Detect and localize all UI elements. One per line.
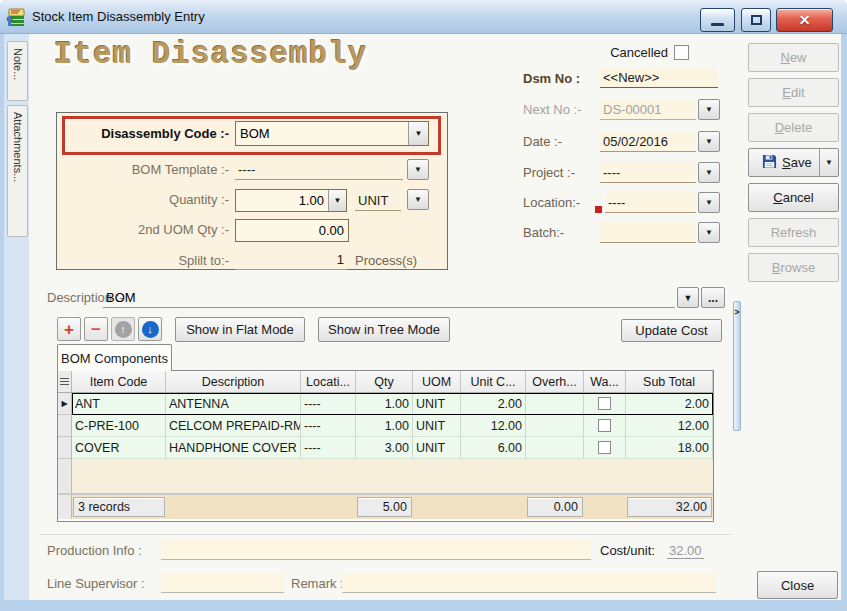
description-dropdown[interactable]: ▼ [677, 287, 699, 308]
quantity-label: Quantity :- [65, 192, 229, 207]
location-dropdown[interactable]: ▼ [698, 192, 720, 213]
production-info-input[interactable] [161, 540, 591, 560]
quantity-dropdown-icon[interactable]: ▼ [328, 190, 346, 211]
project-label: Project :- [523, 165, 575, 180]
cell-location[interactable]: ---- [301, 437, 356, 459]
delete-button[interactable]: Delete [748, 113, 839, 142]
page-title: Item Disassembly [54, 37, 368, 72]
dsm-no-value[interactable]: <<New>> [600, 67, 718, 88]
disassembly-code-dropdown-icon[interactable]: ▼ [408, 122, 428, 145]
edit-button[interactable]: Edit [748, 78, 839, 107]
panel-splitter[interactable]: > [733, 301, 741, 431]
refresh-button[interactable]: Refresh [748, 218, 839, 247]
col-description[interactable]: Description [166, 371, 301, 392]
grid-row-1[interactable]: ▶ ANT ANTENNA ---- 1.00 UNIT 2.00 2.00 [58, 393, 713, 415]
cell-sub-total[interactable]: 2.00 [626, 393, 713, 415]
move-down-button[interactable]: ↓ [138, 317, 162, 341]
col-location[interactable]: Locati... [301, 371, 356, 392]
date-dropdown[interactable]: ▼ [698, 131, 720, 152]
col-item-code[interactable]: Item Code [72, 371, 166, 392]
batch-value[interactable] [600, 222, 696, 243]
bom-template-value[interactable]: ---- [235, 159, 403, 180]
show-tree-mode-button[interactable]: Show in Tree Mode [318, 317, 450, 342]
disassembly-code-combo[interactable]: ▼ [235, 121, 429, 146]
cancel-button[interactable]: Cancel [748, 183, 839, 212]
warranty-checkbox[interactable] [598, 397, 611, 410]
cell-sub-total[interactable]: 12.00 [626, 415, 713, 437]
cell-qty[interactable]: 1.00 [356, 393, 413, 415]
cell-uom[interactable]: UNIT [413, 393, 461, 415]
cell-qty[interactable]: 1.00 [356, 415, 413, 437]
warranty-checkbox[interactable] [598, 441, 611, 454]
cell-uom[interactable]: UNIT [413, 415, 461, 437]
add-row-button[interactable]: + [57, 317, 81, 341]
disassembly-code-input[interactable] [236, 122, 408, 145]
move-up-button[interactable]: ↑ [111, 317, 135, 341]
show-flat-mode-button[interactable]: Show in Flat Mode [175, 317, 305, 342]
description-ellipsis-button[interactable]: ... [701, 287, 725, 308]
cell-description[interactable]: ANTENNA [166, 393, 301, 415]
cell-unit-cost[interactable]: 6.00 [461, 437, 526, 459]
tab-note[interactable]: Note... [7, 41, 28, 101]
cancel-button-label: C [773, 190, 782, 205]
cell-unit-cost[interactable]: 12.00 [461, 415, 526, 437]
cell-overhead[interactable] [526, 437, 584, 459]
quantity-uom-value[interactable]: UNIT [355, 189, 401, 211]
location-value[interactable]: ---- [605, 192, 696, 213]
cell-item-code[interactable]: C-PRE-100 [72, 415, 166, 437]
second-uom-qty-box[interactable] [235, 219, 349, 242]
quantity-uom-dropdown[interactable]: ▼ [407, 189, 429, 210]
dropdown-icon: ▼ [705, 168, 713, 177]
column-customize-button[interactable] [58, 371, 72, 392]
grid-row-3[interactable]: COVER HANDPHONE COVER ---- 3.00 UNIT 6.0… [58, 437, 713, 459]
cell-overhead[interactable] [526, 415, 584, 437]
col-overhead[interactable]: Overh... [526, 371, 584, 392]
line-supervisor-input[interactable] [161, 573, 284, 593]
remove-row-button[interactable]: − [84, 317, 108, 341]
warranty-checkbox[interactable] [598, 419, 611, 432]
save-options-dropdown[interactable]: ▼ [819, 149, 838, 176]
column-customize-icon [60, 378, 69, 385]
cancelled-checkbox[interactable] [674, 45, 689, 60]
second-uom-qty-input[interactable] [236, 223, 348, 238]
cell-unit-cost[interactable]: 2.00 [461, 393, 526, 415]
cell-item-code[interactable]: ANT [72, 393, 166, 415]
cell-location[interactable]: ---- [301, 393, 356, 415]
minimize-button[interactable] [700, 8, 735, 32]
update-cost-button[interactable]: Update Cost [621, 319, 722, 342]
col-sub-total[interactable]: Sub Total [626, 371, 713, 392]
cell-uom[interactable]: UNIT [413, 437, 461, 459]
batch-dropdown[interactable]: ▼ [698, 222, 720, 243]
next-no-dropdown[interactable]: ▼ [698, 99, 720, 120]
save-button[interactable]: Save ▼ [748, 148, 839, 177]
titlebar[interactable]: Stock Item Disassembly Entry ✕ [0, 0, 847, 34]
cost-unit-value[interactable]: 32.00 [667, 543, 704, 559]
maximize-button[interactable] [741, 8, 771, 32]
bom-template-dropdown[interactable]: ▼ [407, 159, 429, 180]
description-input[interactable] [103, 287, 675, 308]
cell-description[interactable]: HANDPHONE COVER [166, 437, 301, 459]
remark-input[interactable] [342, 573, 716, 593]
new-button[interactable]: New [748, 43, 839, 72]
col-warranty[interactable]: Wa... [584, 371, 626, 392]
cell-qty[interactable]: 3.00 [356, 437, 413, 459]
tab-attachments[interactable]: Attachments... [7, 105, 28, 237]
close-button[interactable]: Close [757, 571, 838, 599]
project-value[interactable]: ---- [600, 162, 696, 183]
cell-item-code[interactable]: COVER [72, 437, 166, 459]
date-value[interactable]: 05/02/2016 [600, 131, 696, 152]
col-unit-cost[interactable]: Unit C... [461, 371, 526, 392]
quantity-input[interactable] [236, 193, 328, 208]
cell-sub-total[interactable]: 18.00 [626, 437, 713, 459]
quantity-spinner[interactable]: ▼ [235, 189, 347, 212]
col-uom[interactable]: UOM [413, 371, 461, 392]
project-dropdown[interactable]: ▼ [698, 162, 720, 183]
grid-row-2[interactable]: C-PRE-100 CELCOM PREPAID-RM... ---- 1.00… [58, 415, 713, 437]
cell-location[interactable]: ---- [301, 415, 356, 437]
cell-overhead[interactable] [526, 393, 584, 415]
col-qty[interactable]: Qty [356, 371, 413, 392]
browse-button[interactable]: Browse [748, 253, 839, 282]
close-window-button[interactable]: ✕ [776, 8, 833, 32]
tab-bom-components[interactable]: BOM Components [57, 344, 172, 371]
cell-description[interactable]: CELCOM PREPAID-RM... [166, 415, 301, 437]
